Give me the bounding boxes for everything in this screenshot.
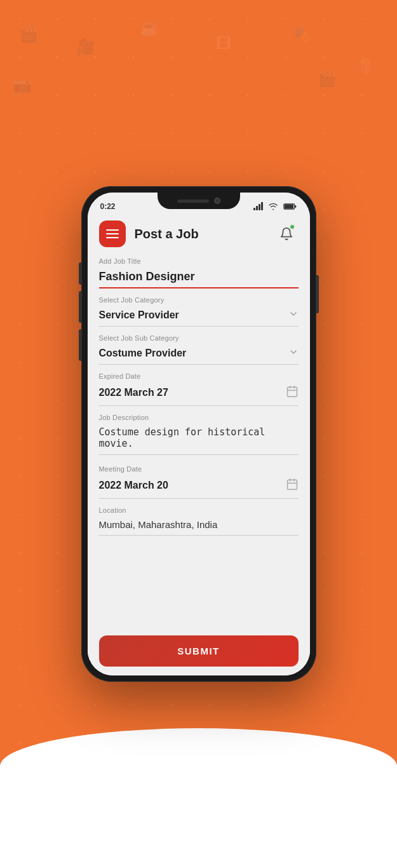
wifi-icon — [268, 203, 278, 210]
chevron-down-icon — [288, 309, 299, 321]
location-group: Location — [99, 506, 299, 536]
meeting-date-label: Meeting Date — [99, 465, 299, 473]
svg-rect-2 — [284, 205, 293, 209]
svg-rect-7 — [287, 480, 297, 489]
status-time: 0:22 — [100, 202, 116, 211]
app-header: Post a Job — [88, 215, 310, 254]
signal-bar-2 — [256, 206, 258, 210]
expired-date-picker[interactable]: 2022 March 27 — [99, 383, 299, 406]
job-category-value: Service Provider — [99, 309, 179, 321]
form-area: Add Job Title Select Job Category Servic… — [88, 254, 310, 630]
job-description-label: Job Description — [99, 414, 299, 421]
calendar-icon — [286, 385, 299, 400]
volume-silent-button — [79, 262, 81, 285]
volume-up-button — [79, 291, 81, 323]
job-title-group: Add Job Title — [99, 257, 299, 288]
menu-button[interactable] — [99, 220, 126, 247]
signal-bar-3 — [259, 204, 260, 210]
signal-bar-4 — [261, 202, 263, 210]
speaker — [177, 200, 209, 203]
location-input[interactable] — [99, 517, 299, 536]
notification-badge — [290, 224, 295, 229]
calendar-icon-2 — [286, 478, 299, 493]
job-subcategory-select[interactable]: Costume Provider — [99, 344, 299, 365]
notification-button[interactable] — [274, 222, 299, 246]
location-label: Location — [99, 506, 299, 514]
power-button — [316, 275, 319, 313]
app-content: Post a Job Add Job Title — [88, 215, 310, 675]
job-title-input[interactable] — [99, 268, 299, 288]
status-icons — [253, 203, 297, 210]
job-category-group: Select Job Category Service Provider — [99, 296, 299, 327]
meeting-date-value: 2022 March 20 — [99, 480, 168, 491]
phone-notch — [158, 193, 240, 209]
svg-rect-3 — [287, 387, 297, 397]
job-subcategory-label: Select Job Sub Category — [99, 334, 299, 342]
job-description-input[interactable]: Costume design for historical movie. — [99, 424, 299, 455]
job-description-group: Job Description Costume design for histo… — [99, 414, 299, 458]
job-subcategory-value: Costume Provider — [99, 348, 187, 359]
phone-frame: 0:22 — [81, 186, 316, 682]
expired-date-value: 2022 March 27 — [99, 387, 168, 398]
menu-line-1 — [106, 229, 119, 231]
volume-down-button — [79, 329, 81, 361]
job-subcategory-group: Select Job Sub Category Costume Provider — [99, 334, 299, 365]
job-category-label: Select Job Category — [99, 296, 299, 304]
chevron-down-icon-2 — [288, 347, 299, 359]
signal-icon — [253, 203, 263, 210]
battery-icon — [283, 203, 297, 210]
front-camera — [214, 198, 220, 204]
expired-date-group: Expired Date 2022 March 27 — [99, 372, 299, 406]
signal-bar-1 — [253, 208, 255, 210]
submit-area: SUBMIT — [88, 630, 310, 675]
meeting-date-picker[interactable]: 2022 March 20 — [99, 475, 299, 499]
menu-line-2 — [106, 233, 119, 234]
svg-rect-1 — [294, 205, 296, 207]
page-title: Post a Job — [135, 227, 274, 241]
meeting-date-group: Meeting Date 2022 March 20 — [99, 465, 299, 499]
job-title-label: Add Job Title — [99, 257, 299, 265]
expired-date-label: Expired Date — [99, 372, 299, 380]
job-category-select[interactable]: Service Provider — [99, 306, 299, 327]
phone-wrapper: 0:22 — [81, 186, 316, 682]
menu-line-3 — [106, 237, 119, 238]
background-wave — [0, 728, 397, 868]
phone-screen: 0:22 — [88, 193, 310, 675]
submit-button[interactable]: SUBMIT — [99, 635, 299, 667]
